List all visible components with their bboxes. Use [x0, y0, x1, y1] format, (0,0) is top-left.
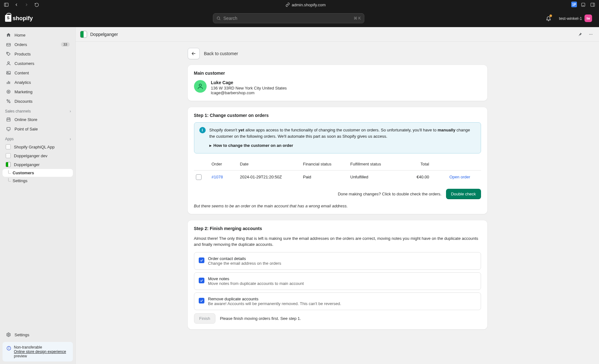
bag-icon: [5, 15, 11, 22]
gear-icon: [6, 332, 11, 338]
chevron-right-icon: ›: [70, 137, 71, 141]
nav-analytics[interactable]: Analytics: [3, 78, 73, 87]
table-row: #1078 2024-01-29T21:20:50Z Paid Unfulfil…: [194, 170, 481, 184]
app-doppelganger-dev[interactable]: Doppelganger dev: [3, 151, 73, 160]
option-desc: Change the email address on the orders: [208, 261, 281, 266]
customer-address: 136 W 33RD New York City United States: [211, 86, 287, 90]
notice-link[interactable]: Online store design experience: [14, 350, 66, 354]
back-icon[interactable]: [13, 2, 20, 8]
percent-icon: [6, 98, 11, 104]
nav-label: Analytics: [15, 80, 31, 85]
channels-header[interactable]: Sales channels›: [0, 106, 75, 115]
info-banner: i Shopify doesn't yet allow apps access …: [194, 122, 481, 153]
step1-card: Step 1: Change customer on orders i Shop…: [188, 107, 487, 214]
order-financial: Paid: [303, 175, 350, 179]
order-date: 2024-01-29T21:20:50Z: [240, 175, 303, 179]
chevron-right-icon: ›: [70, 109, 71, 113]
app-sub-settings[interactable]: Settings: [3, 177, 73, 185]
checkbox-checked[interactable]: [199, 278, 204, 283]
nav-orders[interactable]: Orders33: [3, 40, 73, 49]
customer-avatar: [194, 80, 207, 93]
home-icon: [6, 32, 11, 38]
caret-right-icon: ▸: [209, 142, 212, 149]
checkbox-checked[interactable]: [199, 298, 204, 303]
app-label: Doppelganger dev: [14, 153, 47, 158]
option-title: Remove duplicate accounts: [208, 297, 341, 301]
info-icon: [6, 346, 11, 351]
back-button[interactable]: [188, 48, 200, 59]
svg-point-18: [7, 100, 8, 101]
app-sub-customers[interactable]: Customers: [3, 169, 73, 177]
forward-icon[interactable]: [23, 2, 30, 8]
card-heading: Main customer: [194, 71, 481, 76]
nav-content[interactable]: Content: [3, 68, 73, 78]
search-placeholder: Search: [223, 16, 237, 21]
option-move-notes[interactable]: Move notesMove notes from duplicate acco…: [194, 272, 481, 290]
row-checkbox[interactable]: [196, 174, 202, 180]
step2-card: Step 2: Finish merging accounts Almost t…: [188, 220, 487, 329]
app-graphiql[interactable]: Shopify GraphiQL App: [3, 142, 73, 151]
sidebar-toggle-icon[interactable]: [3, 2, 9, 8]
reload-icon[interactable]: [33, 2, 40, 8]
more-icon[interactable]: [587, 31, 595, 38]
app-label: Shopify GraphiQL App: [14, 145, 55, 149]
browser-chrome: admin.shopify.com 1P: [0, 0, 599, 9]
svg-point-26: [9, 347, 9, 348]
nav-label: Point of Sale: [15, 127, 38, 131]
browser-url: admin.shopify.com: [285, 3, 326, 7]
search-shortcut: ⌘ K: [354, 16, 361, 20]
app-doppelganger[interactable]: Doppelganger: [3, 160, 73, 169]
nav-customers[interactable]: Customers: [3, 59, 73, 68]
th-total: Total: [401, 162, 432, 166]
nav-point-of-sale[interactable]: Point of Sale: [3, 124, 73, 134]
nav-settings[interactable]: Settings: [3, 330, 73, 339]
order-link[interactable]: #1078: [212, 175, 240, 179]
svg-point-31: [199, 84, 201, 86]
app-icon: [6, 162, 11, 167]
option-order-contact[interactable]: Order contact detailsChange the email ad…: [194, 252, 481, 270]
nav-label: Customers: [15, 61, 34, 66]
store-switcher[interactable]: test-winkel-1 tw: [556, 13, 594, 23]
downloads-icon[interactable]: [580, 2, 586, 8]
nav-online-store[interactable]: Online Store: [3, 115, 73, 124]
nav-products[interactable]: Products: [3, 49, 73, 59]
avatar: tw: [584, 14, 592, 22]
double-check-button[interactable]: Double check: [446, 189, 481, 199]
svg-line-7: [220, 19, 220, 20]
target-icon: [6, 89, 11, 95]
tabs-icon[interactable]: [590, 2, 596, 8]
svg-point-27: [589, 34, 590, 35]
finish-button: Finish: [194, 313, 216, 324]
checkbox-checked[interactable]: [199, 257, 204, 263]
link-icon: [285, 3, 290, 7]
apps-header[interactable]: Apps›: [0, 134, 75, 142]
app-label: Doppelganger: [14, 162, 40, 167]
shopify-logo[interactable]: shopify: [5, 15, 33, 22]
nav-home[interactable]: Home: [3, 30, 73, 40]
nav-label: Products: [15, 52, 31, 56]
check-icon: [200, 258, 203, 262]
search-icon: [216, 16, 221, 20]
nav-label: Home: [15, 33, 26, 38]
notifications-button[interactable]: [544, 14, 553, 22]
open-order-link[interactable]: Open order: [432, 175, 470, 179]
svg-point-19: [9, 101, 10, 103]
check-icon: [200, 279, 203, 282]
svg-point-29: [592, 34, 592, 35]
one-password-icon[interactable]: 1P: [571, 2, 577, 7]
th-order: Order: [212, 162, 240, 166]
pin-icon[interactable]: [576, 31, 584, 38]
info-text: Shopify doesn't yet allow apps access to…: [209, 127, 476, 139]
how-to-disclosure[interactable]: ▸ How to change the customer on an order: [209, 142, 476, 149]
search-input[interactable]: Search ⌘ K: [213, 13, 364, 23]
nav-discounts[interactable]: Discounts: [3, 96, 73, 106]
option-remove-duplicates[interactable]: Remove duplicate accountsBe aware! Accou…: [194, 292, 481, 310]
svg-rect-14: [8, 81, 9, 84]
bars-icon: [6, 79, 11, 85]
notice-line: Non-transferable: [14, 345, 42, 350]
notification-dot: [549, 14, 552, 17]
step2-desc: Almost there! The only thing that is lef…: [194, 235, 481, 248]
pos-icon: [6, 126, 11, 132]
nav-marketing[interactable]: Marketing: [3, 87, 73, 96]
person-icon: [6, 61, 11, 66]
